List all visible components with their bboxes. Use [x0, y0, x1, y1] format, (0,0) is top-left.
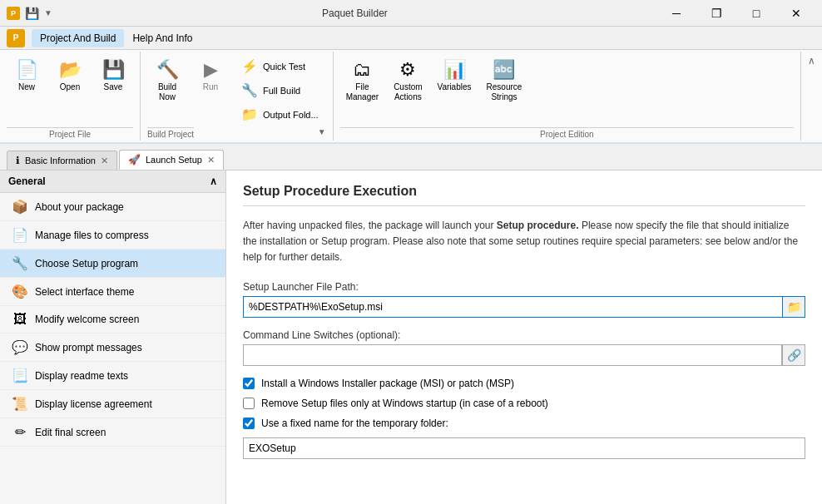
ribbon-btn-build-now[interactable]: 🔨 BuildNow [147, 55, 187, 106]
menu-bar: P Project And Build Help And Info [0, 27, 822, 50]
variables-icon: 📊 [443, 59, 466, 81]
title-bar-icons: P 💾 ▼ [7, 7, 52, 20]
collapse-icon[interactable]: ∧ [808, 55, 815, 67]
menu-help-and-info[interactable]: Help And Info [124, 29, 201, 47]
switches-input[interactable] [243, 344, 782, 366]
run-icon: ▶ [204, 59, 218, 81]
fixed-name-label: Use a fixed name for the temporary folde… [261, 418, 448, 429]
checkbox-msi: Install a Windows Installer package (MSI… [243, 378, 805, 389]
launch-setup-tab-icon: 🚀 [128, 154, 141, 166]
folder-name-group [243, 437, 805, 459]
launch-setup-tab-close[interactable]: ✕ [207, 155, 215, 166]
checkbox-remove-files: Remove Setup files only at Windows start… [243, 398, 805, 409]
output-folder-icon: 📁 [241, 106, 258, 122]
launcher-input-wrap: 📁 [243, 296, 805, 318]
sidebar-item-edit-final[interactable]: ✏ Edit final screen [0, 418, 225, 447]
sidebar-item-display-license[interactable]: 📜 Display license agreement [0, 390, 225, 418]
modify-welcome-icon: 🖼 [12, 312, 28, 327]
manage-files-icon: 📄 [12, 227, 28, 243]
menu-logo: P [7, 29, 25, 47]
ribbon-btn-resource-strings[interactable]: 🔤 ResourceStrings [481, 55, 528, 106]
minimize-button[interactable]: ─ [657, 0, 696, 27]
content-title: Setup Procedure Execution [243, 184, 805, 206]
choose-setup-icon: 🔧 [12, 255, 28, 271]
close-button[interactable]: ✕ [777, 0, 815, 27]
app-title: Paquet Builder [52, 7, 657, 19]
sidebar-item-modify-welcome[interactable]: 🖼 Modify welcome screen [0, 306, 225, 334]
ribbon-btn-quick-test[interactable]: ⚡ Quick Test [234, 55, 326, 77]
project-edition-label: Project Edition [340, 127, 794, 141]
menu-project-and-build[interactable]: Project And Build [32, 29, 124, 47]
about-package-icon: 📦 [12, 199, 28, 215]
ribbon-btn-custom-actions[interactable]: ⚙ CustomActions [388, 55, 428, 106]
sidebar-collapse-btn[interactable]: ∧ [210, 175, 217, 187]
ribbon-section-project-file: 📄 New 📂 Open 💾 Save Project File [0, 52, 141, 141]
edit-final-icon: ✏ [12, 424, 28, 440]
app-logo: P [7, 7, 20, 20]
ribbon-small-build-group: ⚡ Quick Test 🔧 Full Build 📁 Output Fold.… [234, 55, 326, 126]
ribbon-section-build-project: 🔨 BuildNow ▶ Run ⚡ Quick Test 🔧 Full Bui… [141, 52, 334, 141]
ribbon-edition-content: 🗂 FileManager ⚙ CustomActions 📊 Variable… [340, 55, 794, 126]
ribbon-btn-output-folder[interactable]: 📁 Output Fold... [234, 103, 326, 126]
sidebar-item-about-package[interactable]: 📦 About your package [0, 193, 225, 221]
project-file-label: Project File [7, 127, 133, 141]
maximize-button[interactable]: □ [737, 0, 775, 27]
sidebar-item-manage-files[interactable]: 📄 Manage files to compress [0, 221, 225, 250]
remove-files-label: Remove Setup files only at Windows start… [261, 398, 548, 409]
select-theme-icon: 🎨 [12, 284, 28, 299]
switches-label: Command Line Switches (optional): [243, 329, 805, 341]
resource-strings-icon: 🔤 [493, 59, 515, 81]
ribbon-btn-new[interactable]: 📄 New [7, 55, 47, 96]
save-icon: 💾 [102, 59, 125, 81]
launcher-input[interactable] [243, 296, 782, 318]
switches-input-wrap: 🔗 [243, 344, 805, 366]
content-area: Setup Procedure Execution After having u… [226, 170, 822, 504]
build-section-more[interactable]: ▼ [318, 127, 326, 140]
checkbox-fixed-name: Use a fixed name for the temporary folde… [243, 418, 805, 429]
switches-form-group: Command Line Switches (optional): 🔗 [243, 329, 805, 366]
full-build-icon: 🔧 [241, 82, 258, 98]
title-bar: P 💾 ▼ Paquet Builder ─ ❐ □ ✕ [0, 0, 822, 27]
switches-browse-button[interactable]: 🔗 [782, 344, 805, 366]
launcher-browse-button[interactable]: 📁 [782, 296, 805, 318]
content-description: After having unpacked files, the package… [243, 218, 805, 266]
display-license-icon: 📜 [12, 396, 28, 412]
sidebar-item-display-readme[interactable]: 📃 Display readme texts [0, 362, 225, 390]
ribbon-btn-file-manager[interactable]: 🗂 FileManager [340, 55, 384, 106]
fixed-name-checkbox[interactable] [243, 418, 255, 429]
sidebar-item-choose-setup[interactable]: 🔧 Choose Setup program [0, 250, 225, 278]
quick-access-save[interactable]: 💾 [25, 7, 39, 20]
ribbon-btn-save[interactable]: 💾 Save [93, 55, 133, 96]
sidebar-item-select-theme[interactable]: 🎨 Select interface theme [0, 278, 225, 306]
tabs-bar: ℹ Basic Information ✕ 🚀 Launch Setup ✕ [0, 144, 822, 170]
folder-name-input[interactable] [243, 437, 805, 459]
sidebar-item-show-prompt[interactable]: 💬 Show prompt messages [0, 334, 225, 362]
sidebar: General ∧ 📦 About your package 📄 Manage … [0, 170, 226, 504]
file-manager-icon: 🗂 [353, 59, 371, 81]
ribbon-btn-open[interactable]: 📂 Open [50, 55, 90, 96]
window-controls: ─ ❐ □ ✕ [657, 0, 815, 27]
ribbon-btn-full-build[interactable]: 🔧 Full Build [234, 79, 326, 101]
custom-actions-icon: ⚙ [399, 59, 416, 81]
remove-files-checkbox[interactable] [243, 398, 255, 409]
sidebar-header: General ∧ [0, 170, 225, 193]
msi-label: Install a Windows Installer package (MSI… [261, 378, 514, 389]
ribbon-btn-variables[interactable]: 📊 Variables [432, 55, 478, 96]
ribbon: 📄 New 📂 Open 💾 Save Project File 🔨 Build… [0, 50, 822, 144]
quick-access-dropdown[interactable]: ▼ [44, 8, 52, 17]
tab-launch-setup[interactable]: 🚀 Launch Setup ✕ [119, 150, 224, 170]
basic-info-tab-close[interactable]: ✕ [101, 156, 108, 166]
basic-info-tab-icon: ℹ [16, 155, 20, 166]
launcher-label: Setup Launcher File Path: [243, 281, 805, 293]
ribbon-collapse[interactable]: ∧ [801, 52, 822, 141]
msi-checkbox[interactable] [243, 378, 255, 389]
ribbon-btn-run: ▶ Run [191, 55, 230, 96]
main-layout: General ∧ 📦 About your package 📄 Manage … [0, 170, 822, 504]
tab-basic-information[interactable]: ℹ Basic Information ✕ [7, 151, 117, 170]
build-now-icon: 🔨 [156, 59, 179, 81]
ribbon-section-project-edition: 🗂 FileManager ⚙ CustomActions 📊 Variable… [334, 52, 801, 141]
display-readme-icon: 📃 [12, 368, 28, 383]
quick-test-icon: ⚡ [241, 58, 258, 74]
launcher-form-group: Setup Launcher File Path: 📁 [243, 281, 805, 318]
restore-button[interactable]: ❐ [697, 0, 735, 27]
